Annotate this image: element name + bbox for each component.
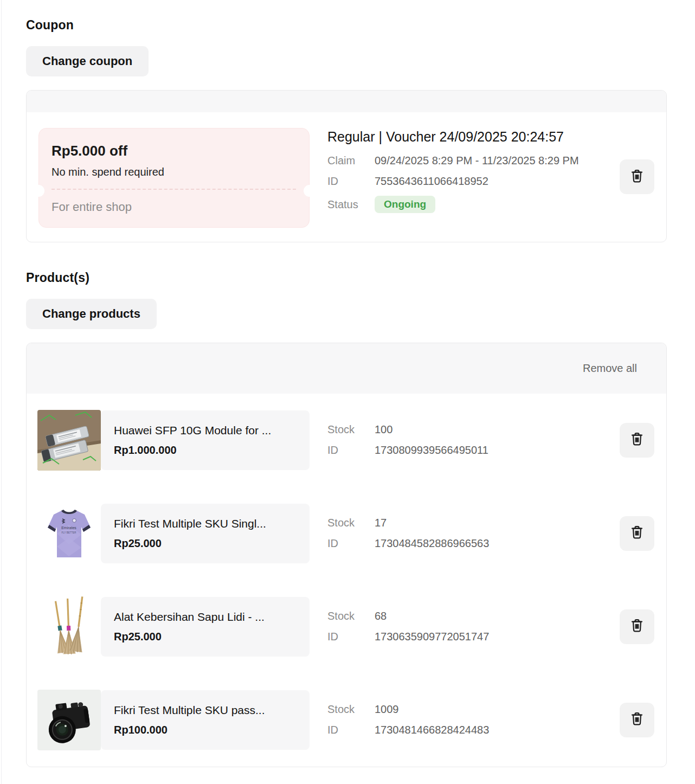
- product-id-value: 1730809939566495011: [375, 444, 620, 457]
- product-name: Fikri Test Multiple SKU Singl...: [114, 517, 297, 531]
- product-name-panel: Huawei SFP 10G Module for ... Rp1.000.00…: [101, 410, 310, 470]
- stock-value: 100: [375, 423, 620, 436]
- stock-label: Stock: [327, 610, 375, 622]
- svg-text:FLY BETTER: FLY BETTER: [62, 531, 77, 534]
- ticket-notch-left: [33, 185, 44, 197]
- change-coupon-button[interactable]: Change coupon: [26, 46, 149, 76]
- trash-icon: [629, 431, 645, 449]
- product-name-panel: Alat Kebersihan Sapu Lidi - ... Rp25.000: [101, 597, 310, 657]
- status-badge: Ongoing: [375, 196, 435, 213]
- product-name: Huawei SFP 10G Module for ...: [114, 423, 297, 438]
- product-row: Huawei SFP 10G Module for ... Rp1.000.00…: [27, 394, 666, 487]
- product-id-label: ID: [327, 444, 375, 457]
- stock-label: Stock: [327, 703, 375, 716]
- product-info: Stock 100 ID 1730809939566495011: [327, 423, 620, 457]
- stock-label: Stock: [327, 423, 375, 436]
- coupon-section: Coupon Change coupon Rp5.000 off No min.…: [26, 18, 667, 242]
- remove-coupon-button[interactable]: [620, 159, 654, 194]
- voucher-detail-grid: Claim 09/24/2025 8:29 PM - 11/23/2025 8:…: [327, 155, 613, 213]
- coupon-discount: Rp5.000 off: [52, 143, 296, 159]
- coupon-condition: No min. spend required: [52, 165, 296, 179]
- claim-value: 09/24/2025 8:29 PM - 11/23/2025 8:29 PM: [375, 155, 613, 167]
- voucher-detail-page: Coupon Change coupon Rp5.000 off No min.…: [0, 0, 695, 784]
- remove-product-button[interactable]: [620, 516, 654, 551]
- stock-value: 68: [375, 610, 620, 622]
- trash-icon: [629, 168, 645, 186]
- stock-label: Stock: [327, 517, 375, 529]
- products-section: Product(s) Change products Remove all: [26, 271, 667, 767]
- trash-icon: [629, 524, 645, 542]
- remove-product-button[interactable]: [620, 423, 654, 458]
- product-row: Emirates FLY BETTER Fikri Test Multiple …: [27, 487, 666, 580]
- product-name: Alat Kebersihan Sapu Lidi - ...: [114, 610, 297, 624]
- svg-text:Emirates: Emirates: [61, 526, 76, 530]
- remove-product-button[interactable]: [620, 609, 654, 644]
- trash-icon: [629, 618, 645, 635]
- product-image-brooms: [37, 596, 101, 657]
- coupon-card-body: Rp5.000 off No min. spend required For e…: [27, 112, 666, 242]
- products-card: Remove all: [26, 343, 667, 767]
- product-image-jersey: Emirates FLY BETTER: [37, 503, 101, 564]
- coupon-scope: For entire shop: [52, 200, 296, 215]
- product-info: Stock 68 ID 1730635909772051747: [327, 610, 620, 643]
- product-price: Rp25.000: [114, 631, 297, 643]
- product-name: Fikri Test Multiple SKU pass...: [114, 703, 297, 717]
- product-row: Alat Kebersihan Sapu Lidi - ... Rp25.000…: [27, 580, 666, 673]
- products-card-header: Remove all: [27, 343, 666, 394]
- coupon-section-title: Coupon: [26, 18, 667, 33]
- product-id-label: ID: [327, 631, 375, 643]
- product-price: Rp25.000: [114, 537, 297, 550]
- remove-product-button[interactable]: [620, 703, 654, 737]
- product-name-panel: Fikri Test Multiple SKU pass... Rp100.00…: [101, 690, 310, 750]
- voucher-id-label: ID: [327, 175, 375, 188]
- claim-label: Claim: [327, 155, 375, 167]
- product-id-value: 1730484582886966563: [375, 537, 620, 550]
- voucher-title: Regular | Voucher 24/09/2025 20:24:57: [327, 129, 613, 145]
- product-price: Rp100.000: [114, 724, 297, 736]
- trash-icon: [629, 711, 645, 729]
- product-name-panel: Fikri Test Multiple SKU Singl... Rp25.00…: [101, 504, 310, 563]
- product-id-label: ID: [327, 724, 375, 736]
- voucher-details: Regular | Voucher 24/09/2025 20:24:57 Cl…: [327, 128, 613, 213]
- product-image-sfp-module: [37, 410, 101, 471]
- coupon-card-header: [27, 91, 666, 112]
- products-section-title: Product(s): [26, 271, 667, 285]
- change-products-button[interactable]: Change products: [26, 299, 157, 329]
- stock-value: 17: [375, 517, 620, 529]
- product-image-camera: [37, 690, 101, 750]
- remove-all-button[interactable]: Remove all: [583, 362, 637, 375]
- product-price: Rp1.000.000: [114, 444, 297, 457]
- product-id-value: 1730481466828424483: [375, 724, 620, 736]
- product-id-label: ID: [327, 537, 375, 550]
- coupon-ticket: Rp5.000 off No min. spend required For e…: [38, 128, 310, 228]
- product-row: Fikri Test Multiple SKU pass... Rp100.00…: [27, 673, 666, 767]
- ticket-notch-right: [304, 185, 316, 197]
- ticket-divider: [52, 189, 296, 190]
- voucher-id-value: 7553643611066418952: [375, 175, 613, 188]
- stock-value: 1009: [375, 703, 620, 716]
- status-label: Status: [327, 198, 375, 211]
- product-id-value: 1730635909772051747: [375, 631, 620, 643]
- coupon-card: Rp5.000 off No min. spend required For e…: [26, 90, 667, 242]
- product-info: Stock 1009 ID 1730481466828424483: [327, 703, 620, 736]
- product-info: Stock 17 ID 1730484582886966563: [327, 517, 620, 550]
